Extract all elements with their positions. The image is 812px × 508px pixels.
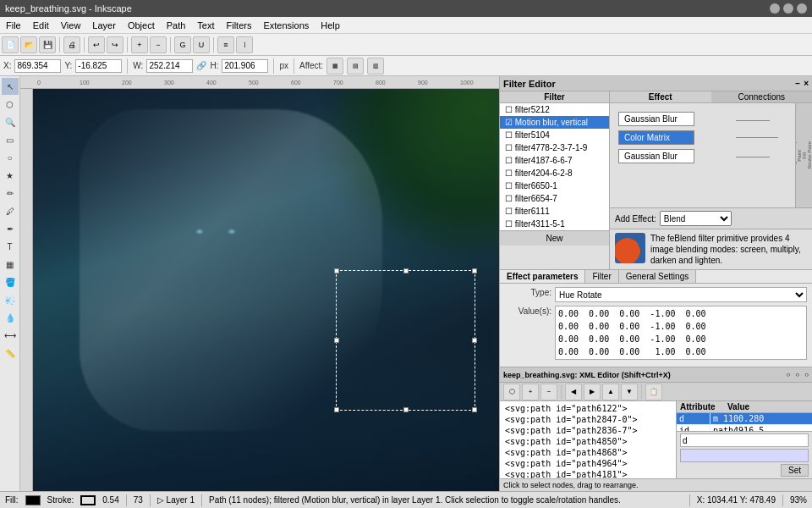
filter-item-1[interactable]: Motion blur, vertical (500, 116, 609, 129)
save-btn[interactable]: 💾 (39, 36, 56, 53)
affect-btn1[interactable]: ▦ (326, 58, 343, 75)
menu-help[interactable]: Help (315, 19, 346, 31)
filter-list[interactable]: filter5212 Motion blur, vertical filter5… (500, 103, 610, 230)
calligraphy-tool[interactable]: ✒ (2, 220, 19, 237)
menu-path[interactable]: Path (161, 19, 192, 31)
attr-row-d[interactable]: d m 1100.280 (677, 413, 812, 425)
xml-btn2[interactable]: + (522, 384, 539, 400)
filter-item-0[interactable]: filter5212 (500, 103, 609, 116)
minimize-button[interactable] (770, 3, 780, 14)
filter-item-3[interactable]: filter4778-2-3-7-1-9 (500, 141, 609, 154)
menu-file[interactable]: File (0, 19, 27, 31)
tab-filter-params[interactable]: Filter (585, 270, 618, 283)
effect-node-colormatrix[interactable]: Color Matrix (618, 130, 694, 145)
xml-attr-name-input[interactable] (680, 433, 809, 447)
xml-btn8[interactable]: 📋 (645, 384, 662, 400)
ellipse-tool[interactable]: ○ (2, 149, 19, 166)
handle-tl[interactable] (334, 268, 339, 273)
handle-mr[interactable] (472, 338, 477, 343)
handle-tr[interactable] (472, 268, 477, 273)
zoom-out-btn[interactable]: − (150, 36, 167, 53)
xml-node-3[interactable]: <svg:path id="path4850"> (502, 436, 674, 447)
maximize-button[interactable] (783, 3, 793, 14)
filter-new-button[interactable]: New (500, 230, 609, 246)
layer-label[interactable]: ▷ Layer 1 (157, 495, 195, 505)
xml-btn4[interactable]: ◀ (565, 384, 582, 400)
effect-node-gaussblur2[interactable]: Gaussian Blur (618, 149, 694, 163)
measure-tool[interactable]: 📏 (2, 345, 19, 362)
dropper-tool[interactable]: 💧 (2, 309, 19, 326)
w-input[interactable] (146, 59, 193, 73)
h-input[interactable] (222, 59, 268, 73)
new-btn[interactable]: 📄 (2, 36, 19, 53)
undo-btn[interactable]: ↩ (88, 36, 105, 53)
matrix-values[interactable]: 0.00 0.00 0.00 -1.00 0.00 0.00 0.00 0.00… (555, 306, 807, 360)
handle-br[interactable] (472, 407, 477, 412)
add-effect-select[interactable]: Blend Color Matrix Gaussian Blur Composi… (660, 211, 732, 226)
xml-node-1[interactable]: <svg:path id="path2847-0"> (502, 414, 674, 425)
xml-btn7[interactable]: ▼ (621, 384, 638, 400)
filter-item-9[interactable]: filter4311-5-1 (500, 218, 609, 230)
zoom-in-btn[interactable]: + (131, 36, 148, 53)
xml-node-6[interactable]: <svg:path id="path4181"> (502, 469, 674, 478)
y-input[interactable] (75, 59, 122, 73)
gradient-tool[interactable]: ▦ (2, 256, 19, 273)
tab-effect-params[interactable]: Effect parameters (500, 270, 585, 283)
effect-tab[interactable]: Effect (610, 91, 711, 103)
ungroup-btn[interactable]: U (193, 36, 210, 53)
x-input[interactable] (14, 59, 61, 73)
fe-min-btn[interactable]: − (795, 79, 800, 88)
filter-item-7[interactable]: filter6654-7 (500, 192, 609, 205)
menu-text[interactable]: Text (191, 19, 220, 31)
rect-tool[interactable]: ▭ (2, 131, 19, 148)
open-btn[interactable]: 📂 (20, 36, 37, 53)
tab-general-settings[interactable]: General Settings (619, 270, 697, 283)
menu-object[interactable]: Object (122, 19, 161, 31)
pen-tool[interactable]: 🖊 (2, 202, 19, 219)
align-btn[interactable]: ≡ (217, 36, 234, 53)
filter-item-8[interactable]: filter6111 (500, 205, 609, 218)
xml-btn1[interactable]: ⬡ (503, 384, 520, 400)
filter-item-2[interactable]: filter5104 (500, 129, 609, 141)
menu-extensions[interactable]: Extensions (257, 19, 315, 31)
select-tool[interactable]: ↖ (2, 78, 19, 95)
text-tool[interactable]: T (2, 238, 19, 255)
xml-attrs-list[interactable]: d m 1100.280 id path4916.5 (677, 413, 812, 431)
menu-filters[interactable]: Filters (221, 19, 258, 31)
xml-node-4[interactable]: <svg:path id="path4868"> (502, 447, 674, 458)
handle-tm[interactable] (403, 268, 409, 273)
xml-btn5[interactable]: ▶ (584, 384, 601, 400)
xml-btn6[interactable]: ▲ (602, 384, 619, 400)
canvas-content[interactable] (33, 89, 499, 491)
group-btn[interactable]: G (174, 36, 191, 53)
close-button[interactable] (797, 3, 807, 14)
attr-row-id[interactable]: id path4916.5 (677, 425, 812, 431)
type-select[interactable]: Hue Rotate Saturate Luminance to Alpha M… (555, 287, 807, 302)
xml-node-2[interactable]: <svg:path id="path2836-7"> (502, 425, 674, 436)
handle-ml[interactable] (334, 338, 339, 343)
print-btn[interactable]: 🖨 (63, 36, 80, 53)
filter-item-6[interactable]: filter6650-1 (500, 179, 609, 192)
xml-node-5[interactable]: <svg:path id="path4964"> (502, 458, 674, 469)
canvas-area[interactable]: 0 100 200 300 400 500 600 700 800 900 10… (20, 76, 499, 491)
handle-bl[interactable] (334, 407, 339, 412)
node-tool[interactable]: ⬡ (2, 96, 19, 113)
effect-nodes-area[interactable]: Gaussian Blur Color Matrix Gaussian Blur (610, 103, 795, 207)
redo-btn[interactable]: ↪ (107, 36, 123, 53)
xml-attr-val-input[interactable] (680, 449, 809, 462)
pencil-tool[interactable]: ✏ (2, 185, 19, 202)
affect-btn2[interactable]: ▤ (347, 58, 364, 75)
xml-btn3[interactable]: − (540, 384, 557, 400)
handle-bm[interactable] (403, 407, 409, 412)
xml-tree[interactable]: <svg:path id="path6122"> <svg:path id="p… (500, 401, 677, 478)
star-tool[interactable]: ★ (2, 167, 19, 184)
xml-node-0[interactable]: <svg:path id="path6122"> (502, 403, 674, 414)
menu-edit[interactable]: Edit (27, 19, 55, 31)
menu-view[interactable]: View (55, 19, 87, 31)
connector-tool[interactable]: ⟷ (2, 327, 19, 344)
spray-tool[interactable]: 💨 (2, 291, 19, 308)
distribute-btn[interactable]: ⁞ (236, 36, 253, 53)
menu-layer[interactable]: Layer (86, 19, 122, 31)
effect-node-gaussblur1[interactable]: Gaussian Blur (618, 112, 694, 126)
filter-item-4[interactable]: filter4187-6-6-7 (500, 154, 609, 167)
